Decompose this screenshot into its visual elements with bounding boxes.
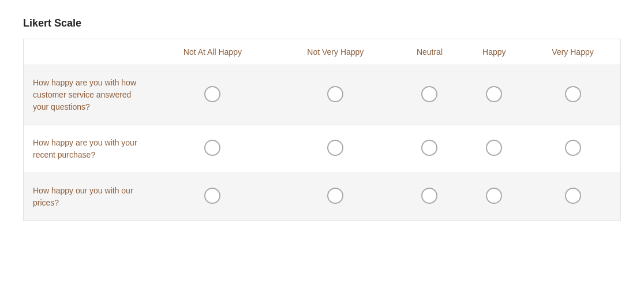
radio-label-row1-col2[interactable] (327, 86, 343, 105)
radio-cell-0-2[interactable] (396, 65, 463, 125)
radio-cell-0-3[interactable] (463, 65, 525, 125)
table-row: How happy our you with our prices? (24, 173, 621, 221)
radio-label-row2-col5[interactable] (565, 140, 581, 158)
col3-header: Neutral (396, 39, 463, 65)
radio-circle-row2-col2[interactable] (327, 140, 343, 156)
question-cell-1: How happy are you with your recent purch… (24, 125, 151, 173)
radio-cell-1-2[interactable] (396, 125, 463, 173)
radio-cell-0-0[interactable] (151, 65, 275, 125)
page-title: Likert Scale (23, 17, 621, 29)
radio-label-row2-col1[interactable] (204, 140, 220, 158)
radio-label-row1-col1[interactable] (204, 86, 220, 105)
radio-circle-row2-col4[interactable] (486, 140, 502, 156)
col2-header: Not Very Happy (275, 39, 396, 65)
radio-cell-2-0[interactable] (151, 173, 275, 221)
radio-label-row2-col3[interactable] (421, 140, 437, 158)
radio-cell-2-4[interactable] (525, 173, 620, 221)
radio-circle-row3-col5[interactable] (565, 188, 581, 204)
radio-circle-row3-col3[interactable] (421, 188, 437, 204)
radio-circle-row1-col4[interactable] (486, 86, 502, 102)
radio-cell-2-1[interactable] (275, 173, 396, 221)
radio-circle-row3-col2[interactable] (327, 188, 343, 204)
radio-circle-row1-col2[interactable] (327, 86, 343, 102)
radio-circle-row1-col5[interactable] (565, 86, 581, 102)
radio-cell-1-3[interactable] (463, 125, 525, 173)
radio-circle-row3-col1[interactable] (204, 188, 220, 204)
col1-header: Not At All Happy (151, 39, 275, 65)
radio-label-row3-col3[interactable] (421, 188, 437, 206)
likert-scale-table: Not At All Happy Not Very Happy Neutral … (23, 39, 621, 221)
radio-label-row2-col4[interactable] (486, 140, 502, 158)
radio-cell-0-1[interactable] (275, 65, 396, 125)
radio-label-row1-col4[interactable] (486, 86, 502, 105)
radio-cell-0-4[interactable] (525, 65, 620, 125)
col-question-header (24, 39, 151, 65)
radio-cell-2-3[interactable] (463, 173, 525, 221)
question-cell-2: How happy our you with our prices? (24, 173, 151, 221)
table-row: How happy are you with how customer serv… (24, 65, 621, 125)
radio-circle-row2-col1[interactable] (204, 140, 220, 156)
radio-circle-row2-col5[interactable] (565, 140, 581, 156)
radio-circle-row1-col3[interactable] (421, 86, 437, 102)
radio-cell-1-0[interactable] (151, 125, 275, 173)
table-header-row: Not At All Happy Not Very Happy Neutral … (24, 39, 621, 65)
radio-label-row3-col1[interactable] (204, 188, 220, 206)
radio-label-row2-col2[interactable] (327, 140, 343, 158)
table-row: How happy are you with your recent purch… (24, 125, 621, 173)
col4-header: Happy (463, 39, 525, 65)
radio-circle-row1-col1[interactable] (204, 86, 220, 102)
col5-header: Very Happy (525, 39, 620, 65)
radio-label-row1-col5[interactable] (565, 86, 581, 105)
radio-label-row3-col5[interactable] (565, 188, 581, 206)
question-cell-0: How happy are you with how customer serv… (24, 65, 151, 125)
radio-circle-row3-col4[interactable] (486, 188, 502, 204)
radio-cell-1-1[interactable] (275, 125, 396, 173)
radio-cell-1-4[interactable] (525, 125, 620, 173)
radio-label-row3-col2[interactable] (327, 188, 343, 206)
radio-label-row1-col3[interactable] (421, 86, 437, 105)
radio-cell-2-2[interactable] (396, 173, 463, 221)
radio-circle-row2-col3[interactable] (421, 140, 437, 156)
radio-label-row3-col4[interactable] (486, 188, 502, 206)
